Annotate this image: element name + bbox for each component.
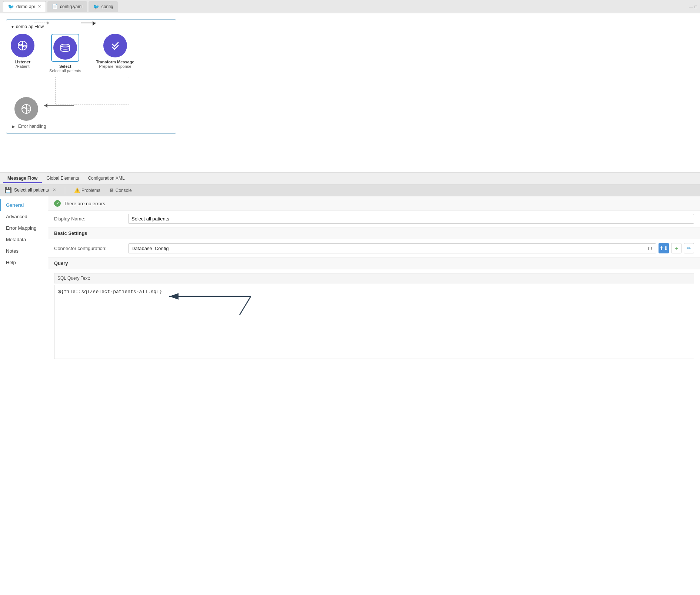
nav-item-notes[interactable]: Notes xyxy=(0,245,48,257)
panel-wrapper: 💾 Select all patients ✕ ⚠️ Problems 🖥 Co… xyxy=(0,185,700,595)
connector-edit-button[interactable]: ✏ xyxy=(684,243,694,253)
flow-title: ▼ demo-apiFlow xyxy=(11,24,171,29)
tab-demo-api[interactable]: 🐦 demo-api ✕ xyxy=(3,1,46,12)
connector-config-label: Connector configuration: xyxy=(54,246,128,251)
connector-add-button[interactable]: ＋ xyxy=(671,243,681,253)
tab-config-label: config xyxy=(101,4,113,9)
error-message: There are no errors. xyxy=(64,201,107,206)
connector-value: Database_Config xyxy=(131,246,169,251)
listener-node-wrapper: Listener /Patient xyxy=(11,34,34,69)
tab-console[interactable]: 🖥 Console xyxy=(108,185,133,196)
tab-configuration-xml[interactable]: Configuration XML xyxy=(83,174,129,183)
properties-area: 💾 Select all patients ✕ ⚠️ Problems 🖥 Co… xyxy=(0,185,700,595)
connector-dashed-1 xyxy=(34,23,49,23)
query-header: Query xyxy=(48,257,700,269)
sql-label: SQL Query Text: xyxy=(54,273,694,283)
transform-label: Transform Message Prepare response xyxy=(96,60,134,69)
connector-select[interactable]: Database_Config ⬆⬇ xyxy=(128,243,656,253)
bird-icon: 🐦 xyxy=(8,4,14,10)
flow-canvas: ▼ demo-apiFlow xyxy=(0,13,700,173)
main-content: ▼ demo-apiFlow xyxy=(0,13,700,595)
nav-item-help[interactable]: Help xyxy=(0,257,48,268)
svg-line-9 xyxy=(240,296,251,315)
query-section: Query SQL Query Text: ${file::sql/select… xyxy=(48,257,700,359)
tab-problems[interactable]: ⚠️ Problems xyxy=(73,185,102,196)
display-name-label: Display Name: xyxy=(54,216,128,222)
panel-body: General Advanced Error Mapping Metadata … xyxy=(0,196,700,595)
select-label: Select Select all patients xyxy=(49,64,81,73)
panel-header: 💾 Select all patients ✕ ⚠️ Problems 🖥 Co… xyxy=(0,185,700,196)
flow-container: ▼ demo-apiFlow xyxy=(6,19,176,134)
select-circle xyxy=(53,36,77,60)
nav-item-general[interactable]: General xyxy=(0,199,48,211)
divider xyxy=(65,187,65,194)
sql-editor[interactable]: ${file::sql/select-patients-all.sql} xyxy=(54,285,694,359)
flow-title-text: demo-apiFlow xyxy=(16,24,44,29)
display-name-input[interactable] xyxy=(128,214,694,224)
display-name-row: Display Name: xyxy=(48,211,700,227)
tab-config-yaml-label: config.yaml xyxy=(60,4,83,9)
check-green-icon: ✓ xyxy=(54,200,61,207)
tab-config-yaml[interactable]: 📄 config.yaml xyxy=(47,1,87,12)
transform-node[interactable]: Transform Message Prepare response xyxy=(96,34,134,69)
tab-bar: 🐦 demo-api ✕ 📄 config.yaml 🐦 config — □ xyxy=(0,0,700,13)
window-controls: — □ xyxy=(689,4,697,9)
svg-point-3 xyxy=(61,44,70,47)
sql-code: ${file::sql/select-patients-all.sql} xyxy=(58,289,162,295)
connector-config-row: Connector configuration: Database_Config… xyxy=(48,239,700,257)
nav-sidebar: General Advanced Error Mapping Metadata … xyxy=(0,196,48,595)
return-node[interactable] xyxy=(14,97,38,121)
error-banner: ✓ There are no errors. xyxy=(48,196,700,211)
return-circle xyxy=(14,97,38,121)
nav-item-advanced[interactable]: Advanced xyxy=(0,211,48,222)
lower-row xyxy=(11,97,171,121)
transform-node-wrapper: Transform Message Prepare response xyxy=(96,34,134,69)
return-arrow xyxy=(44,105,74,106)
tab-global-elements[interactable]: Global Elements xyxy=(42,174,83,183)
connector-solid-1 xyxy=(81,23,96,23)
listener-circle xyxy=(11,34,34,57)
tab-config[interactable]: 🐦 config xyxy=(89,1,118,12)
tab-demo-api-label: demo-api xyxy=(16,4,35,9)
panel-title: Select all patients xyxy=(14,187,49,193)
connector-select-wrapper: Database_Config ⬆⬇ ⬆⬇ ＋ ✏ xyxy=(128,243,694,253)
canvas-inner: Listener /Patient xyxy=(11,34,171,129)
error-handling-label: Error handling xyxy=(18,124,46,129)
error-toggle-arrow[interactable]: ▶ xyxy=(12,124,15,129)
basic-settings-header: Basic Settings xyxy=(48,227,700,239)
bottom-tabs-bar: Message Flow Global Elements Configurati… xyxy=(0,173,700,185)
nodes-row: Listener /Patient xyxy=(11,34,171,73)
nav-item-metadata[interactable]: Metadata xyxy=(0,234,48,245)
bird2-icon: 🐦 xyxy=(93,4,99,10)
arrow-annotation xyxy=(147,293,258,322)
file-icon: 📄 xyxy=(52,4,58,9)
listener-node[interactable]: Listener /Patient xyxy=(11,34,34,69)
database-panel-icon: 💾 xyxy=(4,186,12,193)
connector-dropdown-icon: ⬆⬇ xyxy=(647,246,653,250)
select-node-selected-border xyxy=(51,34,79,62)
sql-section: SQL Query Text: ${file::sql/select-patie… xyxy=(48,269,700,359)
tab-message-flow[interactable]: Message Flow xyxy=(3,174,42,183)
tab-close-icon[interactable]: ✕ xyxy=(38,4,41,9)
console-icon: 🖥 xyxy=(109,187,114,193)
panel-title-tab[interactable]: 💾 Select all patients ✕ xyxy=(3,185,57,196)
connector-arrow-button[interactable]: ⬆⬇ xyxy=(659,243,669,253)
nav-item-error-mapping[interactable]: Error Mapping xyxy=(0,222,48,234)
listener-label: Listener /Patient xyxy=(15,60,31,69)
problems-icon: ⚠️ xyxy=(74,187,80,193)
transform-circle xyxy=(103,34,127,57)
select-node[interactable]: Select Select all patients xyxy=(49,34,81,73)
error-section: ▶ Error handling xyxy=(12,124,171,129)
select-node-wrapper: Select Select all patients xyxy=(49,34,81,73)
form-area: ✓ There are no errors. Display Name: Bas… xyxy=(48,196,700,595)
panel-close-icon[interactable]: ✕ xyxy=(53,187,56,192)
flow-collapse-arrow[interactable]: ▼ xyxy=(11,25,14,29)
